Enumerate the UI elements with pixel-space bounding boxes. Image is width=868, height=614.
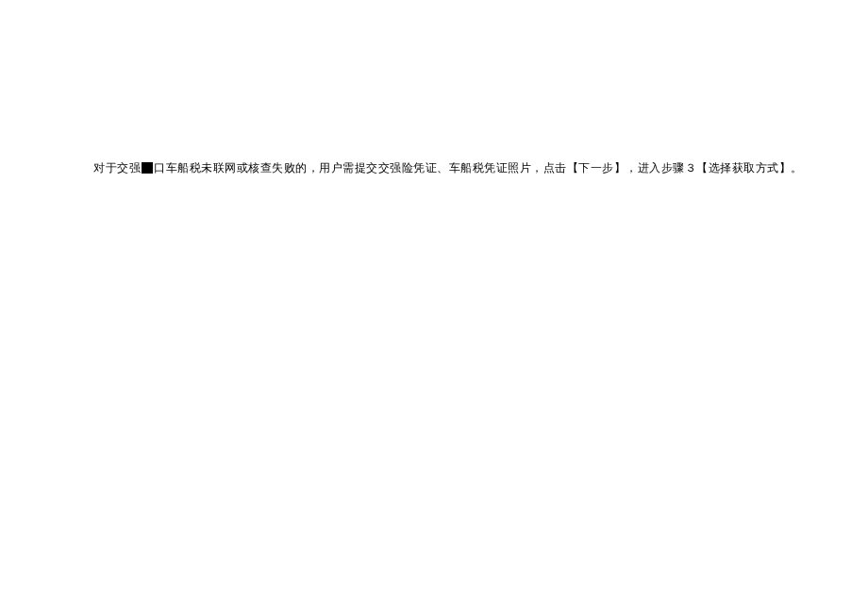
document-content: 对于交强口车船税未联网或核查失败的，用户需提交交强险凭证、车船税凭证照片，点击【… bbox=[93, 159, 821, 177]
text-segment-2: 口车船税未联网或核查失败的，用户需提交交强险凭证、车船税凭证照片，点击【下一步】… bbox=[154, 161, 803, 174]
text-segment-1: 对于交强 bbox=[93, 161, 141, 174]
redacted-block bbox=[142, 162, 153, 174]
instruction-paragraph: 对于交强口车船税未联网或核查失败的，用户需提交交强险凭证、车船税凭证照片，点击【… bbox=[93, 159, 821, 177]
